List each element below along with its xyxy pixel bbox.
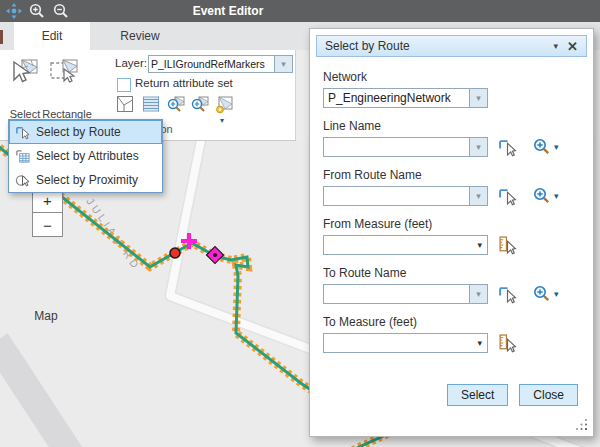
from-route-name-combo[interactable]: ▾ [323, 186, 488, 206]
menu-item-label: Select by Attributes [36, 149, 139, 163]
network-label: Network [323, 70, 581, 84]
caret-down-icon: ▾ [281, 60, 286, 69]
menu-item-select-by-attributes[interactable]: Select by Attributes [9, 144, 162, 168]
to-measure-picker-icon[interactable] [498, 334, 517, 353]
panel-header[interactable]: Select by Route ▾ ✕ [316, 35, 587, 57]
to-route-name-label: To Route Name [323, 266, 581, 280]
line-name-label: Line Name [323, 119, 581, 133]
cropped-icon-sliver [0, 30, 3, 44]
zoom-in-icon[interactable] [29, 3, 45, 19]
select-by-route-panel: Select by Route ▾ ✕ Network P_Engineerin… [309, 28, 594, 437]
network-combo[interactable]: P_EngineeringNetwork ▾ [323, 88, 488, 108]
zoom-options-caret-icon[interactable]: ▾ [554, 289, 559, 299]
caret-down-icon: ▾ [476, 290, 481, 299]
menu-item-label: Select by Proximity [36, 173, 138, 187]
proximity-select-icon [15, 173, 30, 188]
polygon-select-icon[interactable] [116, 95, 134, 113]
caret-down-icon[interactable]: ▾ [477, 338, 487, 348]
zoom-lookup-icon[interactable] [533, 285, 551, 303]
red-point-marker[interactable] [170, 248, 180, 258]
to-route-dropdown-button[interactable]: ▾ [469, 285, 487, 303]
app-title-bar: Event Editor [0, 0, 600, 22]
select-tool-icon[interactable] [9, 57, 39, 87]
caret-down-icon[interactable]: ▾ [477, 240, 487, 250]
layer-select-value: P_ILIGroundRefMarkers [149, 56, 274, 72]
panel-title: Select by Route [317, 39, 545, 53]
menu-item-select-by-proximity[interactable]: Select by Proximity [9, 168, 162, 192]
route-select-icon [15, 125, 30, 140]
to-route-zoom-group[interactable]: ▾ [533, 285, 559, 303]
attributes-select-icon [15, 149, 30, 164]
from-measure-label: From Measure (feet) [323, 217, 581, 231]
selection-options-icon[interactable] [214, 95, 234, 115]
panel-body: Network P_EngineeringNetwork ▾ Line Name… [310, 57, 593, 353]
select-dropdown-menu: Select by Route Select by Attributes Sel… [8, 119, 163, 193]
close-button[interactable]: Close [519, 384, 578, 406]
panel-button-row: Select Close [447, 384, 578, 406]
network-value: P_EngineeringNetwork [324, 89, 469, 107]
app-title: Event Editor [193, 4, 264, 18]
to-route-name-combo[interactable]: ▾ [323, 284, 488, 304]
to-measure-combo[interactable]: ▾ [323, 333, 488, 353]
zoom-selected-icon[interactable] [166, 95, 186, 115]
rectangle-tool-icon[interactable] [48, 57, 80, 87]
zoom-options-caret-icon[interactable]: ▾ [554, 142, 559, 152]
select-button[interactable]: Select [447, 384, 508, 406]
from-route-zoom-group[interactable]: ▾ [533, 187, 559, 205]
from-route-dropdown-button[interactable]: ▾ [469, 187, 487, 205]
tab-map[interactable]: Map [0, 163, 92, 447]
line-route-picker-icon[interactable] [498, 138, 517, 157]
layer-dropdown-button[interactable]: ▾ [274, 56, 292, 72]
caret-down-icon: ▾ [476, 192, 481, 201]
event-editor-app: N JULIAN RD + − [0, 0, 600, 447]
from-route-picker-icon[interactable] [498, 187, 517, 206]
from-measure-picker-icon[interactable] [498, 236, 517, 255]
return-attribute-set-checkbox[interactable] [117, 78, 131, 92]
zoom-out-icon[interactable] [53, 3, 69, 19]
panel-collapse-icon[interactable]: ▾ [545, 41, 568, 51]
close-icon[interactable]: ✕ [567, 39, 586, 54]
return-attribute-set-label: Return attribute set [135, 77, 233, 89]
pan-icon[interactable] [6, 3, 22, 19]
zoom-options-caret-icon[interactable]: ▾ [554, 191, 559, 201]
from-measure-combo[interactable]: ▾ [323, 235, 488, 255]
zoom-lookup-icon[interactable] [533, 138, 551, 156]
caret-down-icon: ▾ [476, 94, 481, 103]
network-dropdown-button[interactable]: ▾ [469, 89, 487, 107]
line-name-combo[interactable]: ▾ [323, 137, 488, 157]
line-name-dropdown-button[interactable]: ▾ [469, 138, 487, 156]
caret-down-icon: ▾ [476, 143, 481, 152]
to-route-picker-icon[interactable] [498, 285, 517, 304]
menu-item-select-by-route[interactable]: Select by Route [9, 120, 162, 144]
to-measure-label: To Measure (feet) [323, 315, 581, 329]
zoom-selected-alt-icon[interactable] [190, 95, 210, 115]
resize-grip[interactable] [575, 418, 588, 431]
line-zoom-group[interactable]: ▾ [533, 138, 559, 156]
tab-review[interactable]: Review [90, 22, 190, 50]
zoom-lookup-icon[interactable] [533, 187, 551, 205]
from-route-name-label: From Route Name [323, 168, 581, 182]
layer-label: Layer: [115, 57, 147, 69]
attribute-list-icon[interactable] [142, 95, 160, 113]
tab-edit[interactable]: Edit [14, 22, 90, 50]
selection-options-caret-icon[interactable]: ▾ [220, 117, 224, 125]
menu-item-label: Select by Route [36, 125, 121, 139]
layer-select[interactable]: P_ILIGroundRefMarkers ▾ [148, 55, 293, 73]
